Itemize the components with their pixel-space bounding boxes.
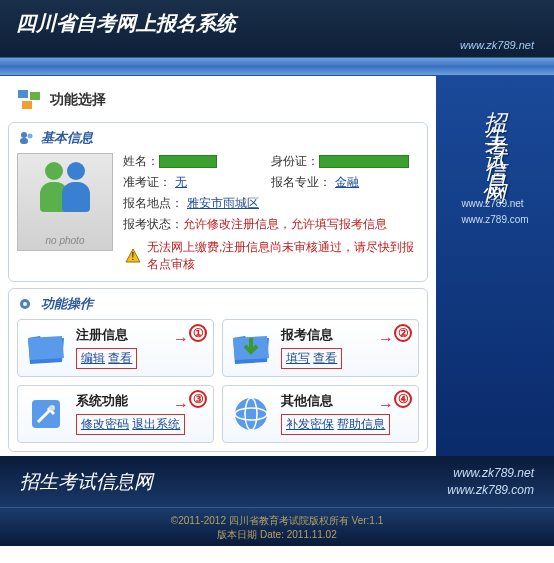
footer-url-2: www.zk789.com	[447, 482, 534, 499]
svg-text:!: !	[132, 251, 135, 262]
copyright-line-2: 版本日期 Date: 2011.11.02	[0, 528, 554, 542]
status-value: 允许修改注册信息，允许填写报考信息	[183, 216, 387, 233]
location-value[interactable]: 雅安市雨城区	[187, 195, 259, 212]
download-folder-icon	[229, 326, 273, 370]
basic-info-section: 基本信息 no photo 姓名： 身份证：	[8, 122, 428, 282]
sidebar-url-2: www.z789.com	[461, 212, 528, 228]
card-link-box: 补发密保 帮助信息	[281, 414, 390, 435]
gear-icon	[17, 296, 35, 312]
svg-point-9	[23, 302, 27, 306]
tools-icon	[24, 392, 68, 436]
folder-icon	[24, 326, 68, 370]
link-help[interactable]: 帮助信息	[337, 417, 385, 431]
no-photo-text: no photo	[46, 235, 85, 246]
sidebar: 招生考试信息网 www.z789.net www.z789.com	[436, 76, 554, 456]
main-content: 功能选择 基本信息 no photo	[0, 76, 436, 456]
card-other-info: 其他信息 补发密保 帮助信息 → ④	[222, 385, 419, 443]
badge-3: ③	[189, 390, 207, 408]
header-url: www.zk789.net	[460, 39, 534, 51]
name-value-redacted	[159, 155, 217, 168]
footer-url-1: www.zk789.net	[447, 465, 534, 482]
name-label: 姓名：	[123, 153, 159, 170]
arrow-icon: →	[173, 330, 189, 348]
svg-point-11	[49, 405, 55, 411]
arrow-icon: →	[378, 330, 394, 348]
sidebar-title: 招生考试信息网	[480, 94, 510, 178]
basic-section-title: 基本信息	[41, 129, 93, 147]
windows-icon	[18, 90, 42, 110]
svg-rect-1	[30, 92, 40, 100]
warning-text: 无法网上缴费,注册信息尚未审核通过，请尽快到报名点审核	[147, 239, 419, 273]
card-link-box: 填写 查看	[281, 348, 342, 369]
link-change-password[interactable]: 修改密码	[81, 417, 129, 431]
app-header: 四川省自考网上报名系统 www.zk789.net	[0, 0, 554, 58]
card-link-box: 修改密码 退出系统	[76, 414, 185, 435]
arrow-icon: →	[173, 396, 189, 414]
card-system-func: 系统功能 修改密码 退出系统 → ③	[17, 385, 214, 443]
photo-placeholder: no photo	[17, 153, 113, 251]
link-logout[interactable]: 退出系统	[132, 417, 180, 431]
globe-icon	[229, 392, 273, 436]
badge-4: ④	[394, 390, 412, 408]
user-icon	[17, 130, 35, 146]
function-section-title: 功能操作	[41, 295, 93, 313]
svg-point-5	[28, 134, 33, 139]
warning-icon: !	[125, 248, 141, 264]
arrow-icon: →	[378, 396, 394, 414]
major-value[interactable]: 金融	[335, 174, 359, 191]
app-title: 四川省自考网上报名系统	[0, 0, 554, 37]
function-section: 功能操作 注册信息 编辑 查看	[8, 288, 428, 452]
link-fill[interactable]: 填写	[286, 351, 310, 365]
panel-title-bar: 功能选择	[8, 84, 428, 116]
ticket-value[interactable]: 无	[175, 174, 187, 191]
id-label: 身份证：	[271, 153, 319, 170]
footer-title: 招生考试信息网	[20, 469, 153, 495]
link-view[interactable]: 查看	[108, 351, 132, 365]
location-label: 报名地点：	[123, 195, 183, 212]
svg-rect-4	[20, 138, 28, 144]
footer: 招生考试信息网 www.zk789.net www.zk789.com ©201…	[0, 456, 554, 546]
footer-urls: www.zk789.net www.zk789.com	[447, 465, 534, 499]
link-reissue-security[interactable]: 补发密保	[286, 417, 334, 431]
major-label: 报名专业：	[271, 174, 331, 191]
id-value-redacted	[319, 155, 409, 168]
svg-rect-2	[22, 101, 32, 109]
svg-point-12	[235, 398, 267, 430]
top-divider-bar	[0, 58, 554, 76]
panel-title: 功能选择	[50, 91, 106, 109]
link-view[interactable]: 查看	[313, 351, 337, 365]
status-label: 报考状态：	[123, 216, 183, 233]
card-register-info: 注册信息 编辑 查看 → ①	[17, 319, 214, 377]
sidebar-urls: www.z789.net www.z789.com	[461, 196, 528, 228]
card-link-box: 编辑 查看	[76, 348, 137, 369]
badge-1: ①	[189, 324, 207, 342]
svg-rect-0	[18, 90, 28, 98]
sidebar-url-1: www.z789.net	[461, 196, 528, 212]
ticket-label: 准考证：	[123, 174, 171, 191]
svg-point-3	[21, 132, 27, 138]
badge-2: ②	[394, 324, 412, 342]
card-exam-info: 报考信息 填写 查看 → ②	[222, 319, 419, 377]
link-edit[interactable]: 编辑	[81, 351, 105, 365]
copyright-line-1: ©2011-2012 四川省教育考试院版权所有 Ver:1.1	[0, 514, 554, 528]
